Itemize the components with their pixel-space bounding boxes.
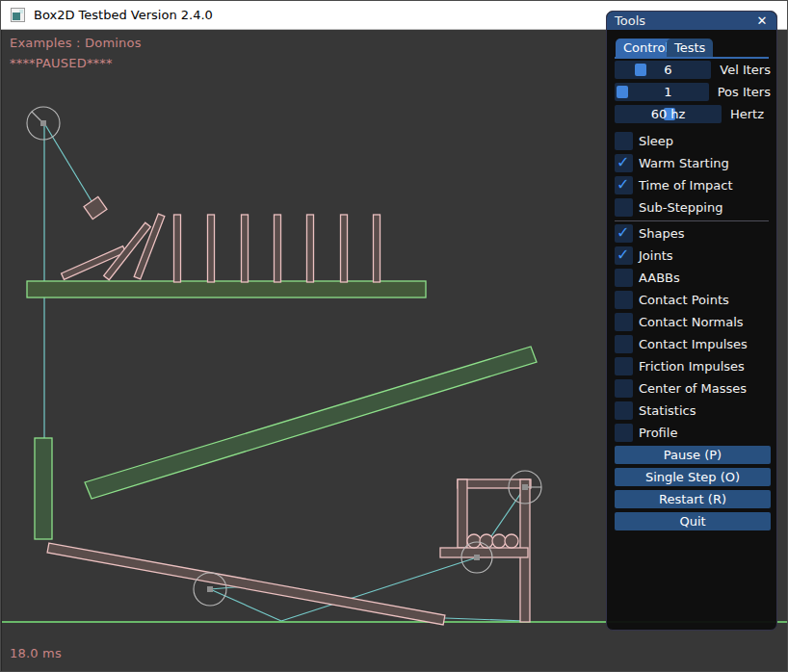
check-icon: ✓ — [617, 175, 629, 194]
domino-standing — [242, 215, 249, 282]
tab-tests[interactable]: Tests — [667, 39, 713, 57]
dynamic-bodies — [47, 196, 531, 625]
check-label: Contact Impulses — [639, 337, 748, 351]
separator — [615, 220, 769, 221]
single-step-button[interactable]: Single Step (O) — [615, 468, 771, 486]
pos-iters-slider-row: 1 Pos Iters — [615, 83, 771, 101]
checkbox[interactable]: ✓ — [615, 357, 633, 375]
checkbox[interactable]: ✓ — [615, 176, 633, 194]
pause-button[interactable]: Pause (P) — [615, 446, 771, 464]
anchor-point — [522, 484, 528, 490]
checkbox[interactable]: ✓ — [615, 269, 633, 287]
checkbox[interactable]: ✓ — [615, 154, 633, 172]
joint-line-seesaw-down — [210, 589, 281, 621]
slider-label: Pos Iters — [718, 85, 771, 99]
app-window: Box2D Testbed Version 2.4.0 ✕ — [0, 0, 788, 672]
checkbox[interactable]: ✓ — [615, 291, 633, 309]
tools-panel: Tools ✕ Controls Tests 6 Vel Iters 1 Pos… — [606, 11, 777, 631]
check-label: Statistics — [639, 403, 696, 418]
tab-label: Tests — [674, 40, 705, 55]
check-sub-stepping[interactable]: ✓ Sub-Stepping — [615, 198, 722, 217]
shelf-ball — [492, 534, 506, 548]
check-icon: ✓ — [617, 246, 629, 264]
check-sleep[interactable]: ✓ Sleep — [615, 132, 673, 150]
paused-label: ****PAUSED**** — [10, 56, 113, 70]
app-icon — [11, 8, 25, 22]
check-warm-starting[interactable]: ✓ Warm Starting — [615, 154, 729, 172]
check-label: Contact Normals — [639, 315, 744, 329]
slider-value: 60 hz — [615, 105, 722, 123]
check-label: AABBs — [639, 271, 680, 285]
check-label: Sleep — [639, 134, 673, 148]
tab-underline — [615, 57, 769, 59]
anchor-point — [40, 120, 46, 126]
hertz-slider[interactable]: 60 hz — [615, 105, 722, 123]
check-label: Contact Points — [639, 293, 729, 307]
checkbox[interactable]: ✓ — [615, 424, 633, 442]
domino-fallen-3 — [134, 214, 165, 279]
slider-label: Vel Iters — [720, 63, 771, 77]
joint-line-pendulum — [44, 123, 94, 206]
checkbox[interactable]: ✓ — [615, 335, 633, 353]
example-label: Examples : Dominos — [10, 36, 142, 50]
check-label: Warm Starting — [639, 156, 729, 170]
frame-left-post — [458, 479, 467, 548]
vertical-bar — [35, 438, 52, 539]
platform-top — [27, 281, 426, 297]
hertz-slider-row: 60 hz Hertz — [615, 105, 771, 123]
check-friction-impulses[interactable]: ✓ Friction Impulses — [615, 357, 745, 375]
domino-standing — [374, 215, 381, 282]
domino-standing — [208, 215, 215, 282]
anchor-point — [474, 555, 480, 560]
check-icon: ✓ — [617, 223, 629, 242]
restart-button[interactable]: Restart (R) — [615, 490, 771, 508]
check-contact-impulses[interactable]: ✓ Contact Impulses — [615, 335, 748, 353]
check-contact-points[interactable]: ✓ Contact Points — [615, 291, 729, 309]
check-shapes[interactable]: ✓ Shapes — [615, 224, 684, 243]
tools-title: Tools — [615, 13, 755, 28]
domino-standing — [307, 215, 314, 282]
pos-iters-slider[interactable]: 1 — [615, 83, 709, 101]
pendulum-bob — [84, 196, 107, 219]
checkbox[interactable]: ✓ — [615, 401, 633, 420]
domino-standing — [174, 215, 181, 282]
check-contact-normals[interactable]: ✓ Contact Normals — [615, 313, 744, 331]
frame-time-label: 18.0 ms — [10, 646, 62, 660]
quit-button[interactable]: Quit — [615, 512, 771, 530]
check-profile[interactable]: ✓ Profile — [615, 424, 677, 442]
vel-iters-slider[interactable]: 6 — [615, 61, 711, 79]
anchor-point — [207, 586, 213, 592]
seesaw-plank — [47, 543, 445, 625]
check-icon: ✓ — [617, 153, 629, 171]
vel-iters-slider-row: 6 Vel Iters — [615, 61, 771, 79]
check-label: Profile — [639, 426, 677, 440]
check-time-of-impact[interactable]: ✓ Time of Impact — [615, 176, 733, 194]
tools-tabbar: Controls Tests — [615, 39, 769, 58]
check-label: Joints — [639, 248, 673, 263]
checkbox[interactable]: ✓ — [615, 246, 633, 265]
window-title: Box2D Testbed Version 2.4.0 — [34, 8, 213, 22]
domino-standing — [275, 215, 281, 282]
check-label: Shapes — [639, 226, 684, 241]
slider-label: Hertz — [730, 107, 764, 121]
check-statistics[interactable]: ✓ Statistics — [615, 401, 696, 420]
checkbox[interactable]: ✓ — [615, 224, 633, 243]
check-label: Center of Masses — [639, 381, 747, 396]
check-aabbs[interactable]: ✓ AABBs — [615, 269, 680, 287]
domino-standing — [341, 215, 348, 282]
frame-shelf — [440, 548, 528, 557]
tilted-plank — [85, 347, 537, 499]
slider-value: 6 — [615, 61, 722, 79]
check-center-of-masses[interactable]: ✓ Center of Masses — [615, 379, 747, 398]
checkbox[interactable]: ✓ — [615, 313, 633, 331]
checkbox[interactable]: ✓ — [615, 379, 633, 398]
check-label: Sub-Stepping — [639, 200, 722, 215]
checkbox[interactable]: ✓ — [615, 132, 633, 150]
checkbox[interactable]: ✓ — [615, 198, 633, 217]
joint-line-ground — [445, 618, 525, 621]
tools-titlebar[interactable]: Tools ✕ — [607, 12, 776, 30]
slider-value: 1 — [615, 83, 722, 101]
shelf-ball — [467, 534, 481, 548]
tools-close-icon[interactable]: ✕ — [755, 14, 769, 28]
check-joints[interactable]: ✓ Joints — [615, 246, 673, 265]
